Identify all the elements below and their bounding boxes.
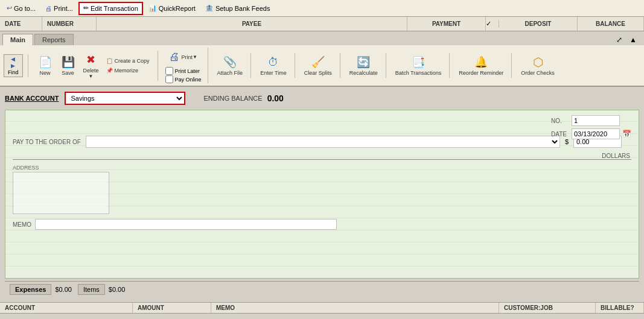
address-label: ADDRESS	[13, 165, 631, 171]
batch-icon: 📑	[411, 55, 426, 69]
bth-customer-job: CUSTOMER:JOB	[499, 303, 596, 313]
recalc-icon: 🔄	[356, 55, 371, 69]
no-label: NO.	[551, 118, 569, 124]
expenses-tab[interactable]: Expenses	[10, 284, 51, 295]
edit-transaction-label: Edit Transaction	[91, 5, 138, 12]
memo-row: MEMO	[13, 219, 631, 230]
quickreport-icon: 📊	[148, 4, 157, 12]
clear-splits-button[interactable]: 🧹 Clear Splits	[301, 53, 335, 78]
recalculate-button[interactable]: 🔄 Recalculate	[346, 53, 381, 78]
pay-to-row: PAY TO THE ORDER OF $	[13, 136, 622, 148]
col-payment-header: PAYMENT	[407, 17, 486, 31]
expenses-row: Expenses $0.00 Items $0.00	[5, 281, 639, 297]
quickreport-button[interactable]: 📊 QuickReport	[144, 2, 200, 15]
copy-icon: 📋	[106, 58, 113, 64]
items-tab[interactable]: Items	[78, 284, 105, 295]
batch-group: 📑 Batch Transactions	[392, 53, 450, 78]
bth-account: ACCOUNT	[0, 303, 133, 313]
print-later-checkbox[interactable]	[165, 67, 173, 75]
col-payee-header: PAYEE	[97, 17, 407, 31]
bank-account-label: BANK ACCOUNT	[5, 95, 59, 102]
pay-online-checkbox[interactable]	[165, 75, 173, 83]
setup-bank-feeds-label: Setup Bank Feeds	[215, 5, 270, 12]
column-headers: DATE NUMBER PAYEE PAYMENT ✓ DEPOSIT BALA…	[0, 17, 644, 31]
new-button[interactable]: 📄 New	[34, 53, 56, 78]
col-check-mark: ✓	[486, 20, 499, 28]
bth-amount: AMOUNT	[133, 303, 211, 313]
expand-icon[interactable]: ⤢	[614, 34, 625, 45]
edit-transaction-button[interactable]: ✏ Edit Transaction	[78, 2, 143, 15]
print-main-button[interactable]: 🖨 Print ▼	[164, 48, 200, 66]
new-icon: 📄	[38, 55, 53, 69]
items-amount: $0.00	[105, 285, 129, 294]
bth-memo: MEMO	[211, 303, 499, 313]
check-top-right: NO. DATE 📅	[551, 115, 631, 139]
col-deposit-header: DEPOSIT	[499, 17, 578, 31]
print-label: Print...	[54, 5, 73, 12]
expenses-amount: $0.00	[51, 285, 75, 294]
print-icon: 🖨	[45, 5, 52, 12]
memorize-button[interactable]: 📌 Memorize	[103, 66, 153, 75]
address-box[interactable]	[13, 172, 109, 214]
date-label: DATE	[551, 131, 569, 137]
tab-bar: Main Reports ⤢ ▲	[0, 31, 644, 45]
setup-bank-feeds-button[interactable]: 🏦 Setup Bank Feeds	[201, 2, 275, 15]
ending-balance: ENDING BALANCE 0.00	[203, 93, 283, 103]
print-button[interactable]: 🖨 Print...	[41, 2, 77, 15]
enter-time-button[interactable]: ⏱ Enter Time	[257, 53, 290, 78]
back-arrow-icon: ◀	[11, 56, 15, 62]
delete-icon: ✖	[84, 52, 98, 67]
edit-group: 📄 New 💾 Save ✖ Delete ▼ 📋 Create a Copy …	[34, 51, 158, 81]
find-group: ◀ ▶ Find	[4, 54, 28, 77]
find-label: Find	[8, 69, 19, 75]
check-number-input[interactable]	[572, 115, 620, 126]
save-button[interactable]: 💾 Save	[57, 53, 79, 78]
print-dropdown-arrow: ▼	[193, 54, 197, 60]
check-no-row: NO.	[551, 115, 631, 126]
collapse-icon[interactable]: ▲	[627, 34, 639, 45]
bank-account-row: BANK ACCOUNT Savings Checking Money Mark…	[5, 92, 639, 105]
bottom-table-headers: ACCOUNT AMOUNT MEMO CUSTOMER:JOB BILLABL…	[0, 302, 644, 314]
dollars-line: DOLLARS	[13, 150, 631, 160]
order-checks-button[interactable]: ⬡ Order Checks	[518, 53, 558, 78]
clear-icon: 🧹	[311, 55, 325, 69]
dollars-text: DOLLARS	[602, 153, 630, 159]
bank-account-select[interactable]: Savings Checking Money Market	[65, 92, 185, 105]
tab-main[interactable]: Main	[2, 34, 33, 45]
pay-to-label: PAY TO THE ORDER OF	[13, 139, 81, 145]
forward-arrow-icon: ▶	[11, 63, 15, 69]
find-button[interactable]: ◀ ▶ Find	[4, 54, 23, 77]
memo-input[interactable]	[35, 219, 337, 230]
print-later-label[interactable]: Print Later	[164, 67, 203, 75]
order-checks-icon: ⬡	[531, 55, 545, 69]
attach-file-button[interactable]: 📎 Attach File	[214, 53, 246, 78]
attach-group: 📎 Attach File	[214, 53, 252, 78]
tab-reports[interactable]: Reports	[34, 34, 74, 45]
col-number-header: NUMBER	[42, 17, 97, 31]
check-form: NO. DATE 📅 PAY TO THE ORDER OF $ DOLLARS…	[5, 110, 639, 279]
goto-icon: ↩	[7, 4, 12, 12]
col-balance-header: BALANCE	[578, 17, 644, 31]
create-copy-button[interactable]: 📋 Create a Copy	[103, 56, 153, 66]
ending-balance-label: ENDING BALANCE	[203, 95, 262, 102]
time-icon: ⏱	[266, 55, 281, 69]
pay-online-label[interactable]: Pay Online	[164, 75, 203, 83]
top-toolbar: ↩ Go to... 🖨 Print... ✏ Edit Transaction…	[0, 0, 644, 17]
payee-select[interactable]	[86, 136, 560, 148]
check-date-input[interactable]	[572, 128, 620, 139]
address-section: ADDRESS	[13, 165, 631, 214]
check-date-row: DATE 📅	[551, 128, 631, 139]
bankfeed-icon: 🏦	[205, 4, 214, 12]
goto-label: Go to...	[14, 5, 36, 12]
batch-transactions-button[interactable]: 📑 Batch Transactions	[392, 53, 445, 78]
delete-button[interactable]: ✖ Delete ▼	[80, 51, 102, 81]
tabs-left: Main Reports	[2, 34, 74, 45]
delete-dropdown-arrow: ▼	[89, 74, 94, 79]
order-checks-group: ⬡ Order Checks	[518, 53, 563, 78]
recalc-group: 🔄 Recalculate	[346, 53, 386, 78]
reorder-reminder-button[interactable]: 🔔 Reorder Reminder	[456, 53, 506, 78]
goto-button[interactable]: ↩ Go to...	[2, 2, 40, 15]
calendar-icon[interactable]: 📅	[622, 130, 631, 138]
action-toolbar: ◀ ▶ Find 📄 New 💾 Save ✖ Delete ▼ 📋 Creat…	[0, 45, 644, 87]
col-date-header: DATE	[0, 17, 42, 31]
